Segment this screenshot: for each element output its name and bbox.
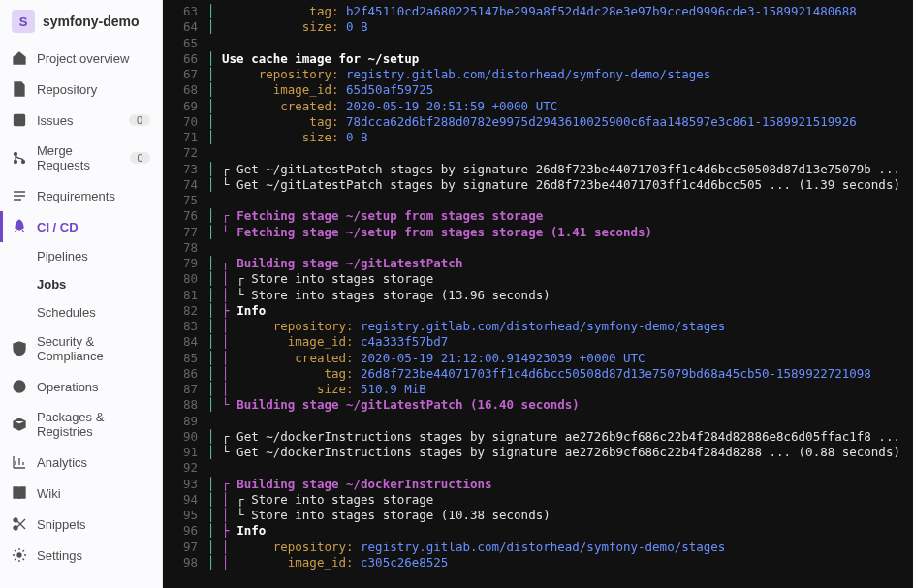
sidebar-item-packages[interactable]: Packages & Registries: [0, 402, 162, 447]
sidebar-item-label: CI / CD: [37, 220, 79, 234]
line-content: │ created: 2020-05-19 20:51:59 +0000 UTC: [207, 99, 913, 114]
line-number[interactable]: 90: [163, 429, 207, 445]
line-number[interactable]: 84: [163, 334, 207, 350]
log-line: 95│ │ └ Store into stages storage (10.38…: [163, 508, 913, 523]
sidebar-item-requirements[interactable]: Requirements: [0, 180, 162, 211]
line-number[interactable]: 91: [163, 445, 207, 460]
log-line: 68│ image_id: 65d50af59725: [163, 82, 913, 98]
line-number[interactable]: 79: [163, 256, 207, 271]
line-number[interactable]: 66: [163, 51, 207, 67]
log-line: 97│ │ repository: registry.gitlab.com/di…: [163, 540, 913, 555]
line-content: [207, 240, 913, 256]
log-line: 91│ └ Get ~/dockerInstructions stages by…: [163, 445, 913, 460]
mrs-count-badge: 0: [130, 152, 150, 164]
line-number[interactable]: 92: [163, 460, 207, 476]
merge-icon: [12, 150, 27, 166]
line-number[interactable]: 93: [163, 477, 207, 492]
sidebar-item-security[interactable]: Security & Compliance: [0, 326, 162, 371]
line-number[interactable]: 85: [163, 351, 207, 366]
line-number[interactable]: 65: [163, 36, 207, 51]
line-content: │ ├ Info: [207, 303, 913, 319]
line-number[interactable]: 95: [163, 508, 207, 523]
sidebar-item-snippets[interactable]: Snippets: [0, 509, 162, 540]
line-number[interactable]: 68: [163, 82, 207, 98]
line-number[interactable]: 78: [163, 240, 207, 256]
line-content: │ └ Fetching stage ~/setup from stages s…: [207, 225, 913, 240]
line-number[interactable]: 75: [163, 193, 207, 208]
sidebar-item-wiki[interactable]: Wiki: [0, 478, 162, 509]
line-number[interactable]: 94: [163, 492, 207, 508]
sidebar-item-repository[interactable]: Repository: [0, 74, 162, 105]
log-line: 63│ tag: b2f45110cd2a680225147be299a8f52…: [163, 4, 913, 19]
line-content: │ │ created: 2020-05-19 21:12:00.9149230…: [207, 351, 913, 366]
line-content: │ Use cache image for ~/setup: [207, 51, 913, 67]
line-number[interactable]: 71: [163, 130, 207, 145]
line-number[interactable]: 98: [163, 555, 207, 571]
sidebar-item-overview[interactable]: Project overview: [0, 43, 162, 74]
line-number[interactable]: 64: [163, 19, 207, 35]
line-number[interactable]: 70: [163, 114, 207, 130]
line-number[interactable]: 87: [163, 382, 207, 397]
line-number[interactable]: 72: [163, 145, 207, 161]
line-number[interactable]: 81: [163, 288, 207, 303]
sidebar-item-label: Requirements: [37, 189, 115, 203]
sidebar-subitem-schedules[interactable]: Schedules: [0, 298, 162, 326]
sidebar-item-cicd[interactable]: CI / CD: [0, 211, 162, 242]
log-line: 82│ ├ Info: [163, 303, 913, 319]
chart-icon: [12, 454, 27, 470]
line-number[interactable]: 96: [163, 523, 207, 539]
sidebar-item-settings[interactable]: Settings: [0, 540, 162, 571]
log-line: 78: [163, 240, 913, 256]
sidebar-item-label: Packages & Registries: [37, 410, 150, 439]
line-number[interactable]: 82: [163, 303, 207, 319]
line-number[interactable]: 89: [163, 414, 207, 429]
line-content: │ ┌ Fetching stage ~/setup from stages s…: [207, 208, 913, 224]
line-number[interactable]: 80: [163, 271, 207, 287]
sidebar-item-label: Operations: [37, 380, 99, 394]
log-line: 70│ tag: 78dcca62d6bf288d0782e9975d29436…: [163, 114, 913, 130]
gear-icon: [12, 547, 27, 563]
log-line: 92: [163, 460, 913, 476]
sidebar-item-label: Analytics: [37, 455, 87, 470]
sidebar-item-merge-requests[interactable]: Merge Requests 0: [0, 136, 162, 180]
sidebar-subitem-pipelines[interactable]: Pipelines: [0, 242, 162, 270]
svg-point-6: [14, 518, 17, 522]
log-line: 79│ ┌ Building stage ~/gitLatestPatch: [163, 256, 913, 271]
line-number[interactable]: 77: [163, 225, 207, 240]
line-number[interactable]: 86: [163, 366, 207, 382]
log-line: 80│ │ ┌ Store into stages storage: [163, 271, 913, 287]
sidebar-subitem-jobs[interactable]: Jobs: [0, 270, 162, 298]
rocket-icon: [12, 219, 27, 234]
line-number[interactable]: 83: [163, 319, 207, 334]
job-log-viewer[interactable]: 63│ tag: b2f45110cd2a680225147be299a8f52…: [163, 0, 913, 588]
line-number[interactable]: 69: [163, 99, 207, 114]
book-icon: [12, 485, 27, 501]
log-line: 77│ └ Fetching stage ~/setup from stages…: [163, 225, 913, 240]
line-number[interactable]: 97: [163, 540, 207, 555]
line-content: [207, 460, 913, 476]
line-number[interactable]: 74: [163, 177, 207, 193]
sidebar-item-issues[interactable]: Issues 0: [0, 105, 162, 136]
line-content: │ │ image_id: c4a333f57bd7: [207, 334, 913, 350]
line-number[interactable]: 88: [163, 397, 207, 413]
svg-point-8: [17, 553, 21, 557]
svg-point-7: [14, 526, 17, 530]
project-header[interactable]: S symfony-demo: [0, 0, 162, 43]
line-number[interactable]: 76: [163, 208, 207, 224]
log-line: 64│ size: 0 B: [163, 19, 913, 35]
line-content: │ └ Building stage ~/gitLatestPatch (16.…: [207, 397, 913, 413]
log-line: 72: [163, 145, 913, 161]
line-content: │ tag: b2f45110cd2a680225147be299a8f52d4…: [207, 4, 913, 19]
line-number[interactable]: 73: [163, 162, 207, 177]
file-icon: [12, 81, 27, 97]
line-content: │ └ Get ~/gitLatestPatch stages by signa…: [207, 177, 913, 193]
log-line: 87│ │ size: 510.9 MiB: [163, 382, 913, 397]
sidebar-item-analytics[interactable]: Analytics: [0, 447, 162, 478]
line-number[interactable]: 63: [163, 4, 207, 19]
line-number[interactable]: 67: [163, 67, 207, 82]
line-content: │ │ repository: registry.gitlab.com/dist…: [207, 540, 913, 555]
home-icon: [12, 50, 27, 66]
sidebar-item-operations[interactable]: Operations: [0, 371, 162, 402]
cicd-submenu: Pipelines Jobs Schedules: [0, 242, 162, 326]
issue-icon: [12, 112, 27, 128]
